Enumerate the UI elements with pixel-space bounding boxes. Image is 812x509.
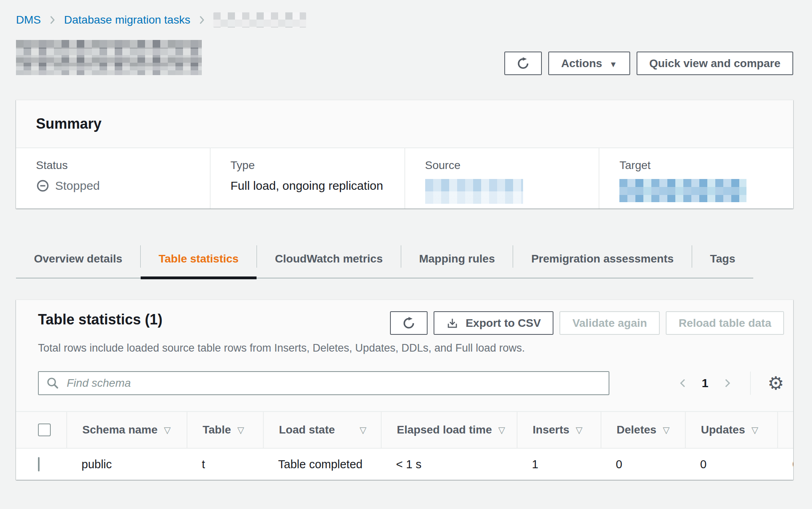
table-statistics-title: Table statistics (1) xyxy=(38,311,162,328)
chevron-right-icon xyxy=(48,15,57,25)
sort-icon: ▽ xyxy=(498,425,505,435)
tab-cloudwatch-metrics[interactable]: CloudWatch metrics xyxy=(257,240,401,278)
tab-table-statistics[interactable]: Table statistics xyxy=(141,240,257,278)
status-value: Stopped xyxy=(36,179,210,193)
cell-ddls: 0 xyxy=(777,458,793,471)
cell-table: t xyxy=(187,458,263,471)
download-icon xyxy=(446,317,458,329)
quick-view-label: Quick view and compare xyxy=(649,58,780,69)
summary-field-status: Status Stopped xyxy=(16,148,210,209)
breadcrumb-link-dms[interactable]: DMS xyxy=(16,14,41,26)
column-header-deletes[interactable]: Deletes ▽ xyxy=(601,412,685,448)
cell-elapsed-load-time: < 1 s xyxy=(381,458,517,471)
column-header-updates[interactable]: Updates ▽ xyxy=(685,412,777,448)
table-controls-row: 1 ⚙ xyxy=(38,371,784,395)
source-value-redacted xyxy=(425,179,523,204)
summary-field-type: Type Full load, ongoing replication xyxy=(210,148,404,209)
tab-overview-details[interactable]: Overview details xyxy=(16,240,140,278)
summary-title: Summary xyxy=(36,115,102,132)
refresh-button[interactable] xyxy=(504,52,542,75)
actions-button[interactable]: Actions ▼ xyxy=(548,52,630,75)
cell-load-state: Table completed xyxy=(263,458,381,471)
tab-tags[interactable]: Tags xyxy=(692,240,753,278)
table-row: public t Table completed < 1 s 1 0 0 0 xyxy=(16,449,793,480)
reload-table-data-button[interactable]: Reload table data xyxy=(666,311,784,335)
settings-gear-icon[interactable]: ⚙ xyxy=(768,374,784,392)
column-label: Deletes xyxy=(617,424,657,436)
table-panel-header: Table statistics (1) xyxy=(16,311,793,335)
status-label: Status xyxy=(36,159,210,172)
status-text: Stopped xyxy=(55,179,100,193)
table-description: Total rows include loaded source table r… xyxy=(16,335,793,354)
sort-icon: ▽ xyxy=(663,425,670,435)
type-value: Full load, ongoing replication xyxy=(231,179,404,193)
row-checkbox[interactable] xyxy=(38,457,40,471)
previous-page-button[interactable] xyxy=(677,377,689,389)
pagination-divider xyxy=(750,372,751,395)
current-page-number[interactable]: 1 xyxy=(702,376,709,390)
chevron-right-icon xyxy=(721,377,733,389)
sort-icon: ▽ xyxy=(576,425,583,435)
column-label: Load state xyxy=(279,424,335,436)
export-csv-button[interactable]: Export to CSV xyxy=(434,311,553,335)
sort-icon: ▽ xyxy=(751,425,758,435)
breadcrumb: DMS Database migration tasks xyxy=(16,12,793,28)
summary-header: Summary xyxy=(16,100,793,148)
table-statistics-panel: Table statistics (1) xyxy=(16,300,793,480)
cell-updates: 0 xyxy=(685,458,777,471)
sort-icon: ▽ xyxy=(164,425,171,435)
refresh-icon xyxy=(516,57,530,70)
column-header-ddls[interactable]: DDLs ▽ xyxy=(777,412,793,448)
breadcrumb-task-name-redacted xyxy=(213,12,306,28)
task-tabs: Overview details Table statistics CloudW… xyxy=(16,240,753,278)
cell-inserts: 1 xyxy=(517,458,601,471)
pagination: 1 ⚙ xyxy=(677,372,784,395)
column-label: Table xyxy=(203,424,231,436)
select-all-cell xyxy=(16,412,66,448)
actions-button-label: Actions xyxy=(561,58,602,69)
summary-panel: Summary Status Stopped Type Full load, xyxy=(16,100,793,209)
type-label: Type xyxy=(231,159,404,172)
quick-view-compare-button[interactable]: Quick view and compare xyxy=(637,52,793,75)
chevron-left-icon xyxy=(677,377,689,389)
export-csv-label: Export to CSV xyxy=(466,318,541,329)
table-statistics-grid: Schema name ▽ Table ▽ Load state ▽ Elaps… xyxy=(16,411,793,480)
tab-premigration-assessments[interactable]: Premigration assessments xyxy=(513,240,691,278)
summary-field-target: Target xyxy=(599,148,793,209)
tab-mapping-rules[interactable]: Mapping rules xyxy=(401,240,513,278)
column-label: Updates xyxy=(701,424,745,436)
sort-icon: ▽ xyxy=(237,425,244,435)
summary-body: Status Stopped Type Full load, ongoing r… xyxy=(16,148,793,209)
target-value-redacted xyxy=(619,179,746,202)
validate-again-button[interactable]: Validate again xyxy=(559,311,660,335)
select-all-checkbox[interactable] xyxy=(38,424,51,436)
search-icon xyxy=(46,376,60,390)
column-header-load-state[interactable]: Load state ▽ xyxy=(263,412,381,448)
column-label: Inserts xyxy=(533,424,569,436)
column-header-schema-name[interactable]: Schema name ▽ xyxy=(66,412,187,448)
refresh-icon xyxy=(402,316,416,330)
column-header-table[interactable]: Table ▽ xyxy=(187,412,263,448)
column-label: Schema name xyxy=(82,424,157,436)
table-refresh-button[interactable] xyxy=(390,311,428,335)
find-schema-input[interactable] xyxy=(66,376,601,390)
target-label: Target xyxy=(619,159,793,172)
source-label: Source xyxy=(425,159,599,172)
summary-field-source: Source xyxy=(404,148,599,209)
table-toolbar: Export to CSV Validate again Reload tabl… xyxy=(390,311,784,335)
column-header-elapsed-load-time[interactable]: Elapsed load time ▽ xyxy=(381,412,517,448)
column-header-inserts[interactable]: Inserts ▽ xyxy=(517,412,601,448)
column-label: Elapsed load time xyxy=(397,424,492,436)
header-actions: Actions ▼ Quick view and compare xyxy=(504,52,793,75)
cell-schema-name: public xyxy=(66,458,187,471)
breadcrumb-link-tasks[interactable]: Database migration tasks xyxy=(64,14,190,26)
dms-task-page: DMS Database migration tasks Actions xyxy=(0,0,812,480)
stopped-icon xyxy=(36,179,50,193)
sort-icon: ▽ xyxy=(360,425,366,435)
schema-search-box xyxy=(38,371,609,395)
page-title-redacted xyxy=(16,40,202,75)
next-page-button[interactable] xyxy=(721,377,733,389)
chevron-right-icon xyxy=(197,15,206,25)
page-header: Actions ▼ Quick view and compare xyxy=(16,40,793,75)
row-select-cell xyxy=(16,458,66,471)
